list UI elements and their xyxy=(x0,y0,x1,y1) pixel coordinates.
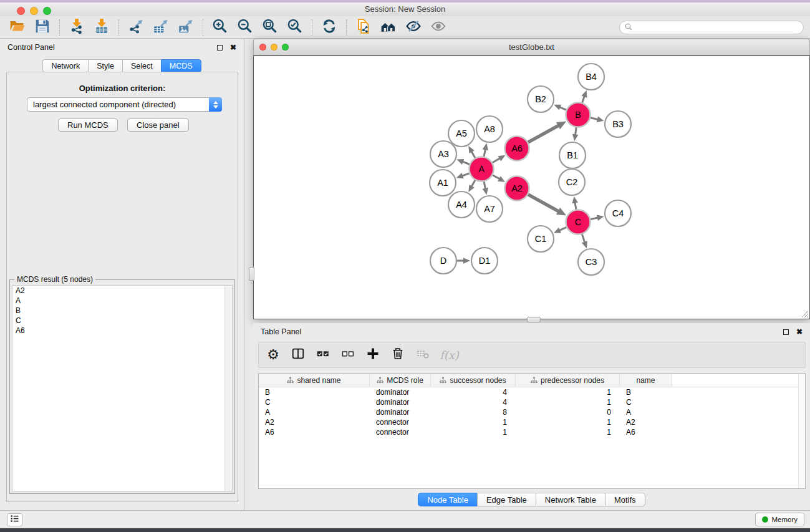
mcds-result-item[interactable]: C xyxy=(12,316,232,326)
table-cell[interactable]: A2 xyxy=(259,417,370,427)
tab-select[interactable]: Select xyxy=(122,59,161,72)
save-session-button[interactable] xyxy=(30,17,55,37)
graph-node-B2[interactable]: B2 xyxy=(528,86,554,112)
zoom-fit-button[interactable] xyxy=(258,17,282,37)
mcds-result-item[interactable]: A6 xyxy=(12,326,232,336)
table-row[interactable]: Bdominator41B xyxy=(259,387,805,397)
table-scrollbar[interactable] xyxy=(798,374,805,488)
table-cell[interactable]: A xyxy=(259,407,370,417)
close-panel-icon[interactable]: ✖ xyxy=(230,44,236,51)
table-cell[interactable]: 0 xyxy=(516,407,620,417)
graph-node-B[interactable]: B xyxy=(566,103,591,127)
column-header-shared-name[interactable]: shared name xyxy=(259,374,370,387)
hide-panels-button[interactable] xyxy=(401,17,426,37)
close-window-button[interactable] xyxy=(17,7,25,15)
tab-style[interactable]: Style xyxy=(88,59,122,72)
vertical-split-handle[interactable] xyxy=(249,267,254,281)
close-panel-button[interactable]: Close panel xyxy=(127,118,189,132)
table-row[interactable]: A2connector11A2 xyxy=(259,417,805,427)
column-header-successor-nodes[interactable]: successor nodes xyxy=(431,374,516,387)
refresh-button[interactable] xyxy=(317,17,342,37)
graph-node-C2[interactable]: C2 xyxy=(559,169,585,195)
mcds-result-item[interactable]: A2 xyxy=(12,286,232,296)
graph-node-C1[interactable]: C1 xyxy=(528,226,554,252)
search-field[interactable] xyxy=(619,21,804,34)
mcds-result-item[interactable]: B xyxy=(12,306,232,316)
graph-node-A7[interactable]: A7 xyxy=(476,196,503,222)
deselect-all-button[interactable] xyxy=(340,346,356,364)
graph-svg[interactable]: B4B2BB3B1A5A8A6A3AA1A4A7A2C2C4CC1C3DD1 xyxy=(254,56,809,319)
graph-edge-A-A6[interactable] xyxy=(493,158,501,162)
close-network-window-button[interactable] xyxy=(259,44,266,51)
show-columns-button[interactable] xyxy=(290,346,306,364)
close-table-panel-icon[interactable]: ✖ xyxy=(796,328,803,336)
duplicate-network-button[interactable] xyxy=(351,17,376,37)
zoom-selected-button[interactable] xyxy=(282,17,307,37)
export-image-button[interactable] xyxy=(173,17,198,37)
table-cell[interactable]: 1 xyxy=(516,387,620,397)
graph-node-A[interactable]: A xyxy=(470,157,494,181)
export-network-button[interactable] xyxy=(123,17,148,37)
zoom-window-button[interactable] xyxy=(43,7,51,15)
graph-node-B1[interactable]: B1 xyxy=(559,142,586,168)
column-header-name[interactable]: name xyxy=(620,374,672,387)
table-cell[interactable]: dominator xyxy=(370,407,431,417)
task-history-button[interactable] xyxy=(7,513,22,526)
table-row[interactable]: Cdominator41C xyxy=(259,397,805,407)
table-cell[interactable]: 1 xyxy=(431,427,516,437)
float-panel-icon[interactable] xyxy=(217,45,223,51)
graph-node-C3[interactable]: C3 xyxy=(578,249,604,275)
graph-node-B3[interactable]: B3 xyxy=(605,111,631,137)
column-header-mcds-role[interactable]: MCDS role xyxy=(370,374,431,387)
add-column-button[interactable] xyxy=(365,346,381,364)
table-cell[interactable]: dominator xyxy=(370,397,431,407)
table-cell[interactable]: 8 xyxy=(431,407,516,417)
table-cell[interactable]: 4 xyxy=(431,387,516,397)
table-cell[interactable]: A2 xyxy=(620,417,672,427)
table-cell[interactable]: A6 xyxy=(259,427,370,437)
table-cell[interactable]: A xyxy=(620,407,672,417)
mcds-result-list[interactable]: A2ABCA6 xyxy=(12,285,233,491)
run-mcds-button[interactable]: Run MCDS xyxy=(58,118,118,132)
graph-edge-A6-B[interactable] xyxy=(528,125,559,142)
optimization-criterion-select[interactable]: largest connected component (directed) xyxy=(27,97,222,112)
table-row[interactable]: Adominator80A xyxy=(259,407,805,417)
tab-network-table[interactable]: Network Table xyxy=(536,493,605,506)
tab-node-table[interactable]: Node Table xyxy=(418,493,477,506)
table-cell[interactable]: C xyxy=(259,397,370,407)
table-cell[interactable]: connector xyxy=(370,417,431,427)
search-input[interactable] xyxy=(635,23,798,32)
graph-node-A2[interactable]: A2 xyxy=(505,177,529,201)
graph-node-A4[interactable]: A4 xyxy=(448,191,475,218)
function-builder-button[interactable]: f(x) xyxy=(440,346,459,364)
graph-node-A8[interactable]: A8 xyxy=(476,116,503,142)
graph-node-C4[interactable]: C4 xyxy=(605,200,631,226)
graph-edge-C-C3[interactable] xyxy=(582,234,585,243)
table-row[interactable]: A6connector11A6 xyxy=(259,427,805,437)
tab-motifs[interactable]: Motifs xyxy=(605,493,645,506)
select-all-button[interactable] xyxy=(315,346,331,364)
table-cell[interactable]: 1 xyxy=(516,427,620,437)
delete-table-button[interactable] xyxy=(415,346,431,364)
graph-node-A3[interactable]: A3 xyxy=(430,141,456,167)
horizontal-split-handle[interactable] xyxy=(527,317,541,322)
network-window-titlebar[interactable]: testGlobe.txt xyxy=(253,39,810,56)
table-cell[interactable]: connector xyxy=(370,427,431,437)
zoom-out-button[interactable] xyxy=(233,17,258,37)
home-button[interactable] xyxy=(376,17,401,37)
network-canvas[interactable]: B4B2BB3B1A5A8A6A3AA1A4A7A2C2C4CC1C3DD1 xyxy=(253,56,810,319)
graph-node-A5[interactable]: A5 xyxy=(448,120,475,147)
table-cell[interactable]: 4 xyxy=(431,397,516,407)
graph-node-A1[interactable]: A1 xyxy=(430,170,456,196)
table-cell[interactable]: C xyxy=(620,397,672,407)
graph-node-D1[interactable]: D1 xyxy=(471,248,498,274)
graph-node-B4[interactable]: B4 xyxy=(578,64,604,90)
table-cell[interactable]: B xyxy=(259,387,370,397)
table-cell[interactable]: B xyxy=(620,387,672,397)
memory-button[interactable]: Memory xyxy=(755,513,804,526)
table-cell[interactable]: dominator xyxy=(370,387,431,397)
minimize-network-window-button[interactable] xyxy=(271,44,277,51)
open-file-button[interactable] xyxy=(5,17,30,37)
float-table-panel-icon[interactable] xyxy=(783,329,789,335)
table-cell[interactable]: 1 xyxy=(516,417,620,427)
